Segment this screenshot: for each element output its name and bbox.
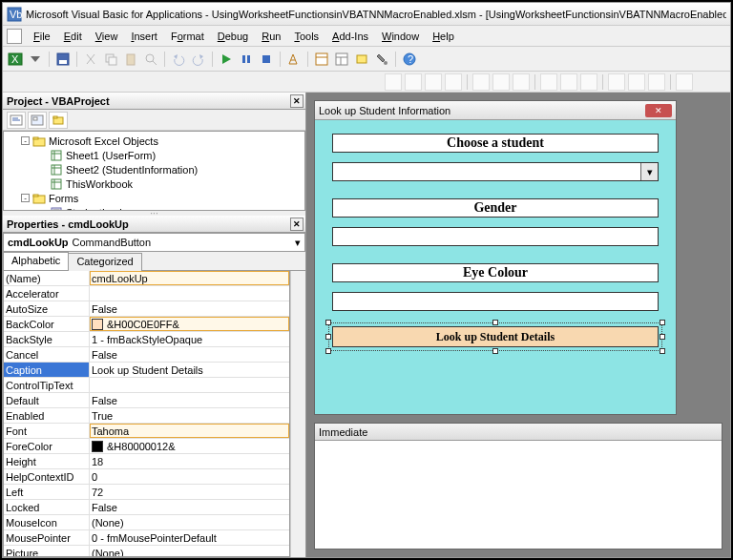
zoom-icon[interactable] <box>676 73 693 91</box>
property-row[interactable]: Height18 <box>4 454 289 469</box>
resize-handle[interactable] <box>660 320 665 325</box>
menu-help[interactable]: Help <box>427 29 460 44</box>
property-row[interactable]: BackColor&H00C0E0FF& <box>4 317 289 332</box>
menu-addins[interactable]: Add-Ins <box>326 29 374 44</box>
help-icon[interactable]: ? <box>401 51 418 68</box>
paste-icon[interactable] <box>122 51 139 68</box>
insert-dropdown-icon[interactable] <box>27 51 44 68</box>
property-value[interactable]: cmdLookUp <box>90 271 289 285</box>
menu-file[interactable]: File <box>28 29 56 44</box>
object-browser-icon[interactable] <box>353 51 370 68</box>
project-tree[interactable]: -Microsoft Excel ObjectsSheet1 (UserForm… <box>3 131 305 211</box>
property-row[interactable]: LockedFalse <box>4 500 289 515</box>
properties-grid[interactable]: (Name)cmdLookUpAcceleratorAutoSizeFalseB… <box>3 271 290 557</box>
property-value[interactable]: (None) <box>90 546 289 557</box>
property-value[interactable]: False <box>90 301 289 316</box>
menu-format[interactable]: Format <box>165 29 210 44</box>
tree-item[interactable]: -Microsoft Excel Objects <box>6 134 303 148</box>
textbox-eye-colour[interactable] <box>332 292 659 311</box>
property-value[interactable]: 0 <box>90 469 289 484</box>
property-row[interactable]: Picture(None) <box>4 546 289 557</box>
userform-designer[interactable]: Look up Student Information ✕ Choose a s… <box>314 100 677 415</box>
property-row[interactable]: CancelFalse <box>4 347 289 363</box>
property-row[interactable]: EnabledTrue <box>4 408 289 424</box>
immediate-body[interactable] <box>315 441 722 549</box>
toolbox-icon[interactable] <box>373 51 390 68</box>
menu-tools[interactable]: Tools <box>288 29 325 44</box>
align-top-icon[interactable] <box>540 73 557 91</box>
expand-icon[interactable]: - <box>21 136 30 145</box>
tree-item[interactable]: Sheet2 (StudentInformation) <box>6 162 303 176</box>
property-value[interactable]: False <box>90 347 289 362</box>
find-icon[interactable] <box>142 51 159 68</box>
property-row[interactable]: ForeColor&H80000012& <box>4 439 289 454</box>
userform-close-icon[interactable]: ✕ <box>645 104 672 117</box>
property-value[interactable] <box>90 286 289 301</box>
property-row[interactable]: CaptionLook up Student Details <box>4 363 289 378</box>
design-mode-icon[interactable] <box>285 51 303 68</box>
toggle-folders-icon[interactable] <box>49 112 68 129</box>
property-row[interactable]: BackStyle1 - fmBackStyleOpaque <box>4 332 289 347</box>
label-gender[interactable]: Gender <box>332 198 659 218</box>
reset-icon[interactable] <box>258 51 275 68</box>
resize-handle[interactable] <box>325 348 331 354</box>
property-value[interactable]: True <box>90 408 289 423</box>
bring-front-icon[interactable] <box>385 73 402 91</box>
property-value[interactable]: 1 - fmBackStyleOpaque <box>90 332 289 346</box>
send-back-icon[interactable] <box>405 73 422 91</box>
property-row[interactable]: Accelerator <box>4 286 289 301</box>
run-icon[interactable] <box>218 51 235 68</box>
view-object-icon[interactable] <box>28 112 47 129</box>
resize-handle[interactable] <box>660 348 665 354</box>
property-row[interactable]: (Name)cmdLookUp <box>4 271 289 286</box>
label-choose-student[interactable]: Choose a student <box>332 134 659 153</box>
property-value[interactable]: 72 <box>90 485 289 499</box>
tree-item[interactable]: Sheet1 (UserForm) <box>6 148 303 162</box>
menu-run[interactable]: Run <box>256 29 286 44</box>
menu-window[interactable]: Window <box>376 29 425 44</box>
combobox-student[interactable]: ▾ <box>332 162 659 181</box>
view-excel-icon[interactable]: X <box>7 51 24 68</box>
tree-item[interactable]: ThisWorkbook <box>6 176 303 191</box>
same-width-icon[interactable] <box>608 73 625 91</box>
same-height-icon[interactable] <box>628 73 645 91</box>
mdi-icon[interactable] <box>7 29 22 44</box>
tab-alphabetic[interactable]: Alphabetic <box>3 252 69 270</box>
redo-icon[interactable] <box>190 51 207 68</box>
tree-item[interactable]: -Forms <box>6 191 303 205</box>
resize-handle[interactable] <box>492 348 498 354</box>
resize-handle[interactable] <box>660 334 665 340</box>
properties-icon[interactable] <box>333 51 350 68</box>
resize-handle[interactable] <box>325 320 331 325</box>
group-icon[interactable] <box>425 73 442 91</box>
property-value[interactable]: (None) <box>90 515 289 529</box>
expand-icon[interactable]: - <box>21 194 30 202</box>
resize-handle[interactable] <box>325 334 331 340</box>
view-code-icon[interactable] <box>7 112 26 129</box>
menu-edit[interactable]: Edit <box>58 29 88 44</box>
property-row[interactable]: MousePointer0 - fmMousePointerDefault <box>4 530 289 546</box>
menu-bar[interactable]: File Edit View Insert Format Debug Run T… <box>3 26 730 47</box>
property-value[interactable]: &H80000012& <box>90 439 289 453</box>
property-value[interactable]: 0 - fmMousePointerDefault <box>90 530 289 545</box>
project-close-button[interactable]: ✕ <box>290 94 304 108</box>
property-row[interactable]: AutoSizeFalse <box>4 301 289 317</box>
property-value[interactable]: 18 <box>90 454 289 468</box>
property-value[interactable] <box>90 378 289 392</box>
save-icon[interactable] <box>54 51 72 68</box>
properties-close-button[interactable]: ✕ <box>290 218 304 231</box>
tab-categorized[interactable]: Categorized <box>68 253 141 271</box>
menu-insert[interactable]: Insert <box>125 29 163 44</box>
property-value[interactable]: False <box>90 393 289 407</box>
property-row[interactable]: Left72 <box>4 485 289 500</box>
align-middle-icon[interactable] <box>560 73 577 91</box>
menu-view[interactable]: View <box>90 29 124 44</box>
label-eye-colour[interactable]: Eye Colour <box>332 263 659 282</box>
property-row[interactable]: DefaultFalse <box>4 393 289 408</box>
same-size-icon[interactable] <box>648 73 665 91</box>
resize-handle[interactable] <box>492 320 498 325</box>
cut-icon[interactable] <box>82 51 99 68</box>
object-selector[interactable]: cmdLookUp CommandButton ▾ <box>3 233 305 252</box>
copy-icon[interactable] <box>102 51 119 68</box>
undo-icon[interactable] <box>170 51 187 68</box>
